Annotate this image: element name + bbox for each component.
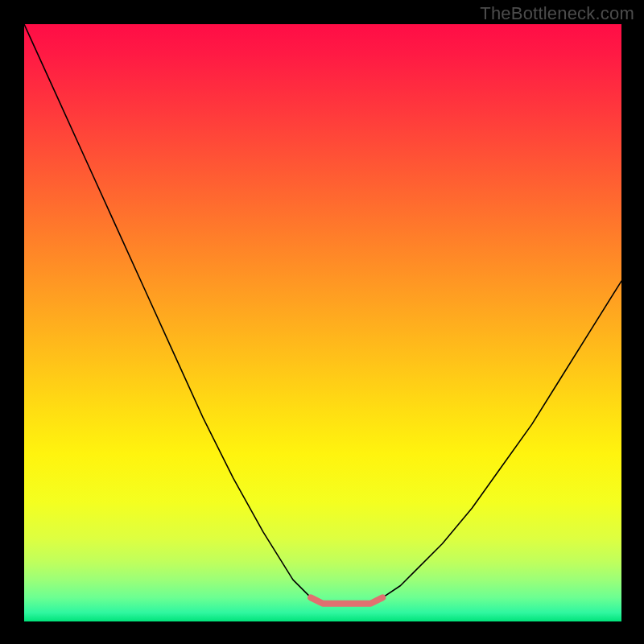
bottleneck-chart [24,24,621,621]
watermark-text: TheBottleneck.com [480,3,634,24]
chart-frame: TheBottleneck.com [0,0,644,644]
gradient-background [24,24,621,621]
chart-svg [24,24,621,621]
